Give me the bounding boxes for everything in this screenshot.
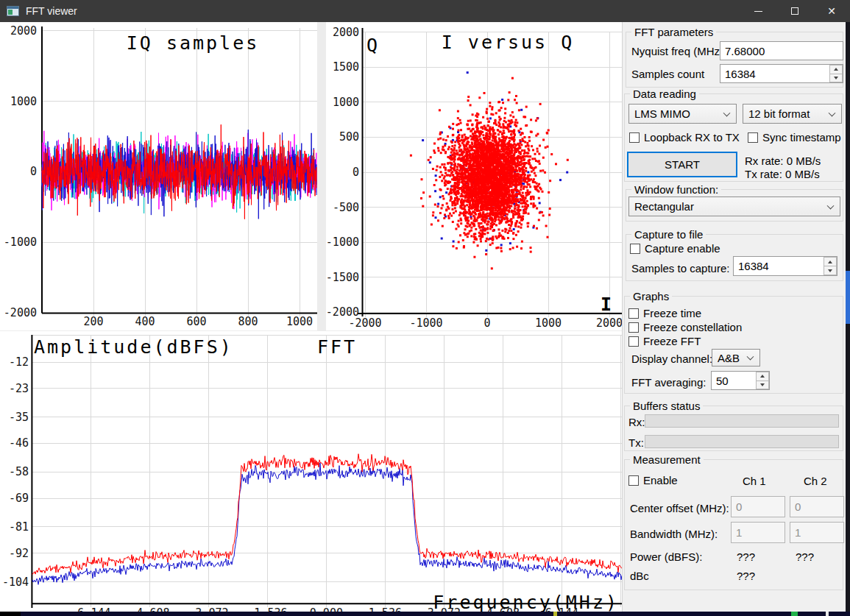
- svg-text:2000: 2000: [10, 24, 37, 38]
- capture-enable-checkbox[interactable]: [630, 244, 640, 254]
- spin-down-icon[interactable]: [824, 266, 837, 275]
- svg-text:-1.536: -1.536: [247, 606, 287, 612]
- samples-to-capture-input[interactable]: [733, 256, 837, 276]
- spin-down-icon[interactable]: [756, 381, 769, 390]
- close-button[interactable]: ✕: [813, 0, 850, 22]
- svg-text:1500: 1500: [333, 60, 359, 74]
- nyquist-freq-input[interactable]: [720, 41, 843, 60]
- freeze-fft-checkbox[interactable]: [628, 336, 639, 347]
- bandwidth-ch1-input[interactable]: [731, 522, 785, 543]
- app-window-icon: [7, 6, 19, 16]
- group-title: FFT parameters: [631, 26, 716, 38]
- loopback-checkbox[interactable]: [629, 132, 640, 143]
- dbc-ch1-value: ???: [737, 570, 755, 582]
- sync-timestamp-checkbox[interactable]: [748, 132, 758, 143]
- freeze-time-checkbox-label: Freeze time: [643, 307, 701, 319]
- bit-format-combo[interactable]: 12 bit format: [743, 104, 842, 124]
- svg-text:0: 0: [353, 166, 359, 179]
- ch1-header: Ch 1: [743, 475, 766, 487]
- window-function-combo[interactable]: Rectangular: [628, 197, 840, 216]
- group-title: Capture to file: [631, 228, 706, 241]
- measurement-enable-checkbox-label: Enable: [643, 474, 678, 486]
- freeze-constellation-checkbox[interactable]: [628, 322, 639, 333]
- freeze-time-checkbox[interactable]: [628, 308, 639, 319]
- minimize-icon: [754, 11, 762, 12]
- svg-text:-92: -92: [9, 547, 29, 560]
- maximize-button[interactable]: [776, 0, 813, 22]
- svg-text:200: 200: [83, 315, 103, 328]
- fft-canvas[interactable]: -12-23-35-46-58-69-81-92-104-6.144-4.608…: [0, 331, 622, 612]
- tx-rate-text: Tx rate: 0 MB/s: [745, 168, 820, 180]
- svg-text:500: 500: [339, 130, 359, 144]
- bandwidth-label: Bandwidth (MHz):: [630, 528, 718, 540]
- svg-text:-35: -35: [9, 411, 29, 424]
- capture-enable-checkbox-row: Capture enable: [630, 242, 720, 255]
- iq-plot-canvas[interactable]: 200010000-1000-20002004006008001000IQ sa…: [0, 22, 317, 330]
- samples-to-capture-label: Samples to capture:: [631, 262, 729, 275]
- control-panel: FFT parameters Nyquist freq (MHz): Sampl…: [622, 22, 846, 616]
- rx-rate-text: Rx rate: 0 MB/s: [745, 155, 821, 167]
- svg-text:-3.072: -3.072: [188, 606, 228, 612]
- svg-text:0.000: 0.000: [310, 606, 343, 612]
- bit-format-combo-value: 12 bit format: [748, 107, 810, 120]
- device-combo[interactable]: LMS MIMO: [628, 104, 737, 124]
- measurement-enable-checkbox[interactable]: [628, 475, 639, 486]
- minimize-button[interactable]: [740, 0, 776, 22]
- svg-text:-2000: -2000: [348, 316, 381, 330]
- svg-text:-81: -81: [9, 520, 29, 534]
- samples-count-spinbox: [720, 64, 843, 83]
- samples-count-input[interactable]: [720, 64, 843, 83]
- fft-viewer-window: FFT viewer ✕ 200010000-1000-200020040060…: [0, 0, 850, 616]
- power-label: Power (dBFS):: [630, 550, 702, 563]
- svg-text:-1000: -1000: [4, 236, 37, 249]
- svg-text:1000: 1000: [535, 316, 562, 330]
- measurement-enable-checkbox-row: Enable: [628, 474, 678, 486]
- maximize-icon: [791, 7, 798, 15]
- desktop-fragment: [791, 612, 798, 616]
- display-channel-combo[interactable]: A&B: [712, 349, 760, 367]
- chevron-down-icon: [723, 109, 731, 116]
- ch2-header: Ch 2: [804, 475, 827, 487]
- window-title: FFT viewer: [26, 5, 77, 17]
- bandwidth-ch2-input[interactable]: [790, 522, 844, 543]
- spin-up-icon[interactable]: [756, 372, 769, 381]
- svg-text:-12: -12: [9, 355, 29, 369]
- center-offset-ch2-input[interactable]: [790, 496, 844, 517]
- spin-up-icon[interactable]: [824, 257, 837, 266]
- iq-samples-plot: 200010000-1000-20002004006008001000IQ sa…: [0, 22, 317, 330]
- dbc-label: dBc: [630, 570, 649, 582]
- svg-text:600: 600: [186, 315, 206, 328]
- tx-buffer-progressbar: [645, 435, 839, 448]
- svg-text:-46: -46: [9, 436, 29, 450]
- center-offset-ch1-input[interactable]: [731, 496, 785, 517]
- svg-text:2000: 2000: [596, 316, 622, 330]
- constellation-plot: 2000150010005000-500-1000-1500-2000-2000…: [326, 22, 622, 330]
- desktop-fragment: [846, 271, 850, 324]
- samples-count-label: Samples count: [631, 68, 704, 80]
- svg-text:400: 400: [135, 315, 155, 328]
- power-ch2-value: ???: [796, 550, 814, 563]
- chevron-down-icon: [827, 202, 835, 209]
- svg-text:-58: -58: [9, 465, 29, 478]
- svg-text:-23: -23: [9, 382, 29, 395]
- spin-up-icon[interactable]: [829, 65, 843, 74]
- svg-text:1000: 1000: [333, 96, 359, 109]
- desktop-fragment: [826, 612, 829, 616]
- rx-buffer-progressbar: [645, 414, 839, 428]
- svg-text:I versus Q: I versus Q: [442, 32, 575, 53]
- capture-enable-checkbox-label: Capture enable: [645, 242, 720, 255]
- device-combo-value: LMS MIMO: [634, 107, 690, 120]
- group-title: Graphs: [630, 290, 672, 302]
- constellation-canvas[interactable]: 2000150010005000-500-1000-1500-2000-2000…: [326, 22, 622, 330]
- nyquist-freq-label: Nyquist freq (MHz):: [631, 45, 726, 57]
- spin-down-icon[interactable]: [829, 74, 843, 83]
- desktop-fragment: [0, 612, 21, 616]
- svg-text:IQ samples: IQ samples: [127, 32, 260, 54]
- start-button[interactable]: START: [627, 152, 737, 177]
- loopback-checkbox-row: Loopback RX to TX: [629, 131, 740, 144]
- group-title: Window function:: [631, 183, 721, 196]
- center-offset-label: Center offset (MHz):: [630, 502, 729, 514]
- close-icon: ✕: [827, 6, 836, 16]
- svg-text:Frequency(MHz): Frequency(MHz): [433, 592, 619, 612]
- svg-text:2000: 2000: [333, 26, 359, 39]
